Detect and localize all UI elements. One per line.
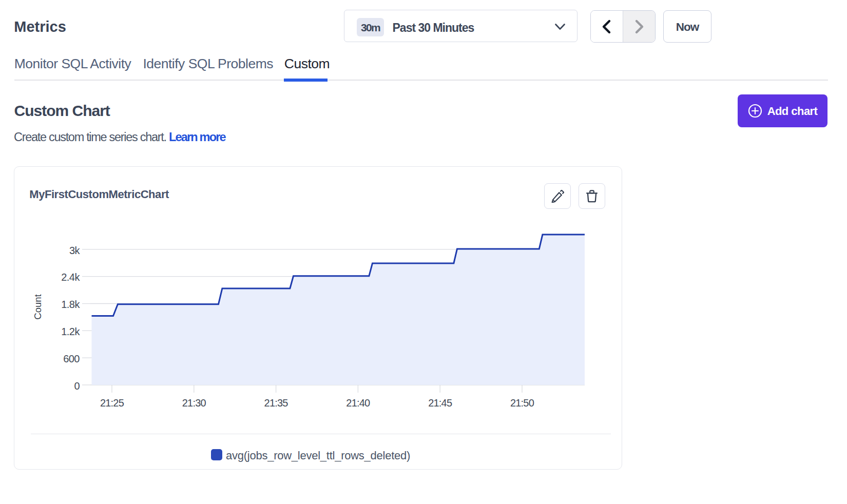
svg-text:3k: 3k [69,245,81,256]
svg-text:21:45: 21:45 [428,397,452,409]
svg-text:21:30: 21:30 [182,397,206,409]
svg-text:600: 600 [63,353,80,364]
svg-text:21:25: 21:25 [100,397,124,409]
svg-text:0: 0 [74,380,80,392]
svg-text:Count: Count [32,294,43,319]
svg-text:1.8k: 1.8k [61,299,80,310]
svg-text:21:35: 21:35 [264,397,288,409]
svg-text:1.2k: 1.2k [61,326,80,337]
svg-text:21:40: 21:40 [346,397,370,409]
svg-text:2.4k: 2.4k [61,272,80,283]
svg-text:21:50: 21:50 [510,397,534,409]
